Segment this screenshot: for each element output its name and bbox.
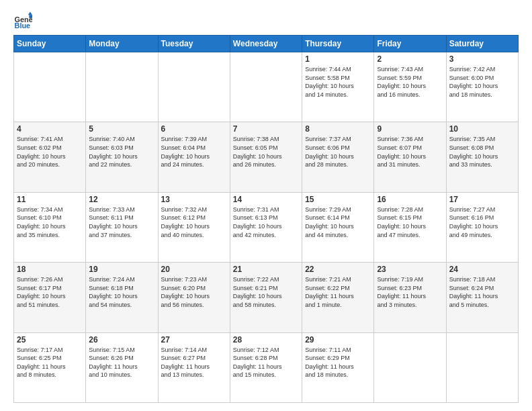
svg-text:Blue: Blue: [15, 21, 31, 30]
weekday-header-monday: Monday: [86, 36, 158, 52]
calendar-cell: [230, 52, 302, 122]
day-number: 28: [233, 335, 299, 345]
day-number: 25: [17, 335, 83, 345]
day-info: Sunrise: 7:18 AM Sunset: 6:24 PM Dayligh…: [449, 275, 515, 309]
calendar-cell: 16Sunrise: 7:28 AM Sunset: 6:15 PM Dayli…: [374, 192, 446, 262]
day-info: Sunrise: 7:17 AM Sunset: 6:25 PM Dayligh…: [17, 346, 83, 379]
day-info: Sunrise: 7:34 AM Sunset: 6:10 PM Dayligh…: [17, 205, 83, 239]
page: General Blue SundayMondayTuesdayWednesda…: [0, 0, 532, 411]
calendar-cell: 3Sunrise: 7:42 AM Sunset: 6:00 PM Daylig…: [446, 52, 518, 122]
day-info: Sunrise: 7:14 AM Sunset: 6:27 PM Dayligh…: [161, 346, 227, 379]
calendar: SundayMondayTuesdayWednesdayThursdayFrid…: [13, 35, 519, 403]
day-number: 11: [17, 195, 83, 204]
calendar-cell: [14, 52, 86, 122]
day-number: 15: [305, 195, 371, 204]
day-info: Sunrise: 7:37 AM Sunset: 6:06 PM Dayligh…: [305, 135, 371, 169]
calendar-cell: 26Sunrise: 7:15 AM Sunset: 6:26 PM Dayli…: [86, 332, 158, 402]
calendar-cell: 24Sunrise: 7:18 AM Sunset: 6:24 PM Dayli…: [446, 263, 518, 332]
day-info: Sunrise: 7:12 AM Sunset: 6:28 PM Dayligh…: [233, 346, 299, 379]
day-number: 18: [17, 265, 83, 274]
day-info: Sunrise: 7:24 AM Sunset: 6:18 PM Dayligh…: [89, 275, 154, 309]
day-number: 23: [377, 265, 443, 274]
svg-marker-2: [28, 12, 32, 15]
day-info: Sunrise: 7:26 AM Sunset: 6:17 PM Dayligh…: [17, 275, 83, 309]
calendar-cell: [374, 332, 446, 402]
day-info: Sunrise: 7:21 AM Sunset: 6:22 PM Dayligh…: [305, 275, 371, 309]
calendar-cell: 1Sunrise: 7:44 AM Sunset: 5:58 PM Daylig…: [302, 52, 374, 122]
day-info: Sunrise: 7:22 AM Sunset: 6:21 PM Dayligh…: [233, 275, 299, 309]
weekday-header-row: SundayMondayTuesdayWednesdayThursdayFrid…: [14, 36, 519, 52]
day-info: Sunrise: 7:33 AM Sunset: 6:11 PM Dayligh…: [89, 205, 154, 239]
calendar-cell: 28Sunrise: 7:12 AM Sunset: 6:28 PM Dayli…: [230, 332, 302, 402]
day-info: Sunrise: 7:36 AM Sunset: 6:07 PM Dayligh…: [377, 135, 443, 169]
calendar-cell: 6Sunrise: 7:39 AM Sunset: 6:04 PM Daylig…: [158, 122, 230, 192]
day-number: 24: [449, 265, 515, 274]
day-info: Sunrise: 7:41 AM Sunset: 6:02 PM Dayligh…: [17, 135, 83, 169]
calendar-cell: 22Sunrise: 7:21 AM Sunset: 6:22 PM Dayli…: [302, 263, 374, 332]
day-number: 19: [89, 265, 154, 274]
day-info: Sunrise: 7:42 AM Sunset: 6:00 PM Dayligh…: [449, 65, 515, 99]
calendar-cell: 25Sunrise: 7:17 AM Sunset: 6:25 PM Dayli…: [14, 332, 86, 402]
day-number: 13: [161, 195, 227, 204]
calendar-cell: 2Sunrise: 7:43 AM Sunset: 5:59 PM Daylig…: [374, 52, 446, 122]
calendar-cell: 19Sunrise: 7:24 AM Sunset: 6:18 PM Dayli…: [86, 263, 158, 332]
calendar-cell: 17Sunrise: 7:27 AM Sunset: 6:16 PM Dayli…: [446, 192, 518, 262]
week-row-1: 4Sunrise: 7:41 AM Sunset: 6:02 PM Daylig…: [14, 122, 519, 192]
calendar-cell: 4Sunrise: 7:41 AM Sunset: 6:02 PM Daylig…: [14, 122, 86, 192]
week-row-0: 1Sunrise: 7:44 AM Sunset: 5:58 PM Daylig…: [14, 52, 519, 122]
logo: General Blue: [13, 11, 35, 30]
calendar-cell: 9Sunrise: 7:36 AM Sunset: 6:07 PM Daylig…: [374, 122, 446, 192]
day-number: 9: [377, 124, 443, 134]
calendar-cell: 27Sunrise: 7:14 AM Sunset: 6:27 PM Dayli…: [158, 332, 230, 402]
day-info: Sunrise: 7:35 AM Sunset: 6:08 PM Dayligh…: [449, 135, 515, 169]
calendar-cell: 21Sunrise: 7:22 AM Sunset: 6:21 PM Dayli…: [230, 263, 302, 332]
calendar-cell: [446, 332, 518, 402]
day-info: Sunrise: 7:44 AM Sunset: 5:58 PM Dayligh…: [305, 65, 371, 99]
day-number: 20: [161, 265, 227, 274]
calendar-cell: 18Sunrise: 7:26 AM Sunset: 6:17 PM Dayli…: [14, 263, 86, 332]
day-number: 29: [305, 335, 371, 345]
calendar-cell: [86, 52, 158, 122]
day-number: 5: [89, 124, 154, 134]
day-number: 21: [233, 265, 299, 274]
day-number: 12: [89, 195, 154, 204]
day-info: Sunrise: 7:38 AM Sunset: 6:05 PM Dayligh…: [233, 135, 299, 169]
day-number: 8: [305, 124, 371, 134]
week-row-2: 11Sunrise: 7:34 AM Sunset: 6:10 PM Dayli…: [14, 192, 519, 262]
day-info: Sunrise: 7:29 AM Sunset: 6:14 PM Dayligh…: [305, 205, 371, 239]
day-info: Sunrise: 7:32 AM Sunset: 6:12 PM Dayligh…: [161, 205, 227, 239]
day-info: Sunrise: 7:43 AM Sunset: 5:59 PM Dayligh…: [377, 65, 443, 99]
calendar-cell: 7Sunrise: 7:38 AM Sunset: 6:05 PM Daylig…: [230, 122, 302, 192]
calendar-cell: [158, 52, 230, 122]
day-info: Sunrise: 7:27 AM Sunset: 6:16 PM Dayligh…: [449, 205, 515, 239]
svg-marker-3: [29, 15, 32, 18]
day-number: 4: [17, 124, 83, 134]
calendar-cell: 20Sunrise: 7:23 AM Sunset: 6:20 PM Dayli…: [158, 263, 230, 332]
weekday-header-saturday: Saturday: [446, 36, 518, 52]
weekday-header-wednesday: Wednesday: [230, 36, 302, 52]
day-number: 26: [89, 335, 154, 345]
calendar-cell: 5Sunrise: 7:40 AM Sunset: 6:03 PM Daylig…: [86, 122, 158, 192]
day-info: Sunrise: 7:39 AM Sunset: 6:04 PM Dayligh…: [161, 135, 227, 169]
day-number: 6: [161, 124, 227, 134]
weekday-header-thursday: Thursday: [302, 36, 374, 52]
day-info: Sunrise: 7:15 AM Sunset: 6:26 PM Dayligh…: [89, 346, 154, 379]
weekday-header-tuesday: Tuesday: [158, 36, 230, 52]
calendar-cell: 11Sunrise: 7:34 AM Sunset: 6:10 PM Dayli…: [14, 192, 86, 262]
day-info: Sunrise: 7:31 AM Sunset: 6:13 PM Dayligh…: [233, 205, 299, 239]
week-row-3: 18Sunrise: 7:26 AM Sunset: 6:17 PM Dayli…: [14, 263, 519, 332]
calendar-cell: 14Sunrise: 7:31 AM Sunset: 6:13 PM Dayli…: [230, 192, 302, 262]
day-info: Sunrise: 7:23 AM Sunset: 6:20 PM Dayligh…: [161, 275, 227, 309]
day-info: Sunrise: 7:19 AM Sunset: 6:23 PM Dayligh…: [377, 275, 443, 309]
day-number: 1: [305, 54, 371, 64]
header: General Blue: [13, 11, 519, 30]
calendar-cell: 8Sunrise: 7:37 AM Sunset: 6:06 PM Daylig…: [302, 122, 374, 192]
week-row-4: 25Sunrise: 7:17 AM Sunset: 6:25 PM Dayli…: [14, 332, 519, 402]
day-number: 14: [233, 195, 299, 204]
weekday-header-sunday: Sunday: [14, 36, 86, 52]
day-number: 16: [377, 195, 443, 204]
calendar-cell: 15Sunrise: 7:29 AM Sunset: 6:14 PM Dayli…: [302, 192, 374, 262]
day-number: 22: [305, 265, 371, 274]
day-info: Sunrise: 7:40 AM Sunset: 6:03 PM Dayligh…: [89, 135, 154, 169]
day-number: 7: [233, 124, 299, 134]
